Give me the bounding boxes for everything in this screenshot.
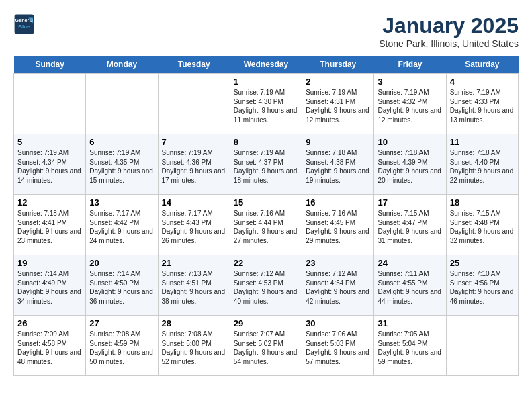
calendar-cell: 8 Sunrise: 7:19 AMSunset: 4:37 PMDayligh… bbox=[230, 134, 302, 195]
date-number: 19 bbox=[17, 258, 82, 268]
date-number: 28 bbox=[162, 318, 226, 328]
cell-info: Sunrise: 7:12 AMSunset: 4:53 PMDaylight:… bbox=[234, 269, 298, 306]
subtitle: Stone Park, Illinois, United States bbox=[379, 38, 519, 49]
calendar-cell: 24 Sunrise: 7:11 AMSunset: 4:55 PMDaylig… bbox=[374, 255, 446, 316]
cell-info: Sunrise: 7:18 AMSunset: 4:41 PMDaylight:… bbox=[17, 209, 82, 245]
calendar-cell: 14 Sunrise: 7:17 AMSunset: 4:43 PMDaylig… bbox=[158, 195, 230, 255]
cell-info: Sunrise: 7:10 AMSunset: 4:56 PMDaylight:… bbox=[450, 269, 515, 306]
cell-info: Sunrise: 7:05 AMSunset: 5:04 PMDaylight:… bbox=[378, 330, 442, 366]
cell-info: Sunrise: 7:07 AMSunset: 5:02 PMDaylight:… bbox=[234, 330, 298, 366]
date-number: 30 bbox=[306, 318, 370, 328]
calendar-cell: 10 Sunrise: 7:18 AMSunset: 4:39 PMDaylig… bbox=[374, 134, 446, 195]
cell-info: Sunrise: 7:19 AMSunset: 4:37 PMDaylight:… bbox=[234, 148, 298, 185]
calendar-cell: 20 Sunrise: 7:14 AMSunset: 4:50 PMDaylig… bbox=[86, 255, 158, 316]
day-header-wednesday: Wednesday bbox=[230, 56, 302, 74]
cell-info: Sunrise: 7:17 AMSunset: 4:43 PMDaylight:… bbox=[162, 209, 226, 245]
calendar-cell: 9 Sunrise: 7:18 AMSunset: 4:38 PMDayligh… bbox=[302, 134, 374, 195]
calendar-cell: 2 Sunrise: 7:19 AMSunset: 4:31 PMDayligh… bbox=[302, 74, 374, 134]
cell-info: Sunrise: 7:19 AMSunset: 4:31 PMDaylight:… bbox=[306, 88, 370, 124]
date-number: 9 bbox=[306, 137, 370, 147]
cell-info: Sunrise: 7:14 AMSunset: 4:50 PMDaylight:… bbox=[89, 269, 154, 306]
date-number: 14 bbox=[162, 197, 226, 208]
calendar-week-3: 12 Sunrise: 7:18 AMSunset: 4:41 PMDaylig… bbox=[14, 195, 519, 255]
calendar-cell: 6 Sunrise: 7:19 AMSunset: 4:35 PMDayligh… bbox=[86, 134, 158, 195]
calendar-week-4: 19 Sunrise: 7:14 AMSunset: 4:49 PMDaylig… bbox=[14, 255, 519, 316]
date-number: 31 bbox=[378, 318, 442, 328]
date-number: 16 bbox=[306, 197, 370, 208]
date-number: 4 bbox=[450, 77, 515, 87]
day-header-sunday: Sunday bbox=[14, 56, 86, 74]
calendar-header-row: SundayMondayTuesdayWednesdayThursdayFrid… bbox=[14, 56, 519, 74]
cell-info: Sunrise: 7:18 AMSunset: 4:40 PMDaylight:… bbox=[450, 148, 515, 185]
date-number: 18 bbox=[450, 197, 515, 208]
calendar-cell: 31 Sunrise: 7:05 AMSunset: 5:04 PMDaylig… bbox=[374, 316, 446, 376]
cell-info: Sunrise: 7:19 AMSunset: 4:36 PMDaylight:… bbox=[162, 148, 226, 185]
calendar-cell: 21 Sunrise: 7:13 AMSunset: 4:51 PMDaylig… bbox=[158, 255, 230, 316]
cell-info: Sunrise: 7:18 AMSunset: 4:38 PMDaylight:… bbox=[306, 148, 370, 185]
cell-info: Sunrise: 7:08 AMSunset: 5:00 PMDaylight:… bbox=[162, 330, 226, 366]
cell-info: Sunrise: 7:09 AMSunset: 4:58 PMDaylight:… bbox=[17, 330, 82, 366]
day-header-thursday: Thursday bbox=[302, 56, 374, 74]
date-number: 17 bbox=[378, 197, 442, 208]
calendar-cell bbox=[86, 74, 158, 134]
calendar-cell bbox=[14, 74, 86, 134]
calendar-cell: 22 Sunrise: 7:12 AMSunset: 4:53 PMDaylig… bbox=[230, 255, 302, 316]
date-number: 27 bbox=[89, 318, 154, 328]
date-number: 10 bbox=[378, 137, 442, 147]
date-number: 26 bbox=[17, 318, 82, 328]
calendar-week-5: 26 Sunrise: 7:09 AMSunset: 4:58 PMDaylig… bbox=[14, 316, 519, 376]
calendar-cell: 30 Sunrise: 7:06 AMSunset: 5:03 PMDaylig… bbox=[302, 316, 374, 376]
calendar-week-2: 5 Sunrise: 7:19 AMSunset: 4:34 PMDayligh… bbox=[14, 134, 519, 195]
calendar-cell: 27 Sunrise: 7:08 AMSunset: 4:59 PMDaylig… bbox=[86, 316, 158, 376]
calendar-cell: 3 Sunrise: 7:19 AMSunset: 4:32 PMDayligh… bbox=[374, 74, 446, 134]
date-number: 3 bbox=[378, 77, 442, 87]
cell-info: Sunrise: 7:19 AMSunset: 4:34 PMDaylight:… bbox=[17, 148, 82, 185]
main-title: January 2025 bbox=[379, 13, 519, 38]
date-number: 24 bbox=[378, 258, 442, 268]
calendar-cell: 26 Sunrise: 7:09 AMSunset: 4:58 PMDaylig… bbox=[14, 316, 86, 376]
calendar-cell: 25 Sunrise: 7:10 AMSunset: 4:56 PMDaylig… bbox=[446, 255, 518, 316]
date-number: 6 bbox=[89, 137, 154, 147]
date-number: 20 bbox=[89, 258, 154, 268]
date-number: 7 bbox=[162, 137, 226, 147]
calendar-week-1: 1 Sunrise: 7:19 AMSunset: 4:30 PMDayligh… bbox=[14, 74, 519, 134]
logo: General Blue bbox=[13, 13, 38, 35]
cell-info: Sunrise: 7:06 AMSunset: 5:03 PMDaylight:… bbox=[306, 330, 370, 366]
logo-icon: General Blue bbox=[13, 13, 35, 35]
cell-info: Sunrise: 7:11 AMSunset: 4:55 PMDaylight:… bbox=[378, 269, 442, 306]
date-number: 29 bbox=[234, 318, 298, 328]
date-number: 2 bbox=[306, 77, 370, 87]
svg-text:Blue: Blue bbox=[18, 24, 30, 30]
day-header-friday: Friday bbox=[374, 56, 446, 74]
calendar-table: SundayMondayTuesdayWednesdayThursdayFrid… bbox=[13, 56, 519, 376]
cell-info: Sunrise: 7:18 AMSunset: 4:39 PMDaylight:… bbox=[378, 148, 442, 185]
calendar-cell bbox=[446, 316, 518, 376]
cell-info: Sunrise: 7:17 AMSunset: 4:42 PMDaylight:… bbox=[89, 209, 154, 245]
cell-info: Sunrise: 7:13 AMSunset: 4:51 PMDaylight:… bbox=[162, 269, 226, 306]
date-number: 21 bbox=[162, 258, 226, 268]
cell-info: Sunrise: 7:14 AMSunset: 4:49 PMDaylight:… bbox=[17, 269, 82, 306]
calendar-cell: 11 Sunrise: 7:18 AMSunset: 4:40 PMDaylig… bbox=[446, 134, 518, 195]
calendar-cell: 1 Sunrise: 7:19 AMSunset: 4:30 PMDayligh… bbox=[230, 74, 302, 134]
day-header-saturday: Saturday bbox=[446, 56, 518, 74]
calendar-cell bbox=[158, 74, 230, 134]
calendar-cell: 23 Sunrise: 7:12 AMSunset: 4:54 PMDaylig… bbox=[302, 255, 374, 316]
cell-info: Sunrise: 7:19 AMSunset: 4:33 PMDaylight:… bbox=[450, 88, 515, 124]
date-number: 1 bbox=[234, 77, 298, 87]
cell-info: Sunrise: 7:19 AMSunset: 4:32 PMDaylight:… bbox=[378, 88, 442, 124]
calendar-cell: 13 Sunrise: 7:17 AMSunset: 4:42 PMDaylig… bbox=[86, 195, 158, 255]
date-number: 11 bbox=[450, 137, 515, 147]
date-number: 13 bbox=[89, 197, 154, 208]
calendar-cell: 5 Sunrise: 7:19 AMSunset: 4:34 PMDayligh… bbox=[14, 134, 86, 195]
calendar-cell: 7 Sunrise: 7:19 AMSunset: 4:36 PMDayligh… bbox=[158, 134, 230, 195]
date-number: 12 bbox=[17, 197, 82, 208]
cell-info: Sunrise: 7:19 AMSunset: 4:30 PMDaylight:… bbox=[234, 88, 298, 124]
calendar-cell: 16 Sunrise: 7:16 AMSunset: 4:45 PMDaylig… bbox=[302, 195, 374, 255]
date-number: 23 bbox=[306, 258, 370, 268]
calendar-cell: 17 Sunrise: 7:15 AMSunset: 4:47 PMDaylig… bbox=[374, 195, 446, 255]
calendar-cell: 15 Sunrise: 7:16 AMSunset: 4:44 PMDaylig… bbox=[230, 195, 302, 255]
calendar-cell: 29 Sunrise: 7:07 AMSunset: 5:02 PMDaylig… bbox=[230, 316, 302, 376]
calendar-cell: 12 Sunrise: 7:18 AMSunset: 4:41 PMDaylig… bbox=[14, 195, 86, 255]
date-number: 5 bbox=[17, 137, 82, 147]
cell-info: Sunrise: 7:16 AMSunset: 4:45 PMDaylight:… bbox=[306, 209, 370, 245]
